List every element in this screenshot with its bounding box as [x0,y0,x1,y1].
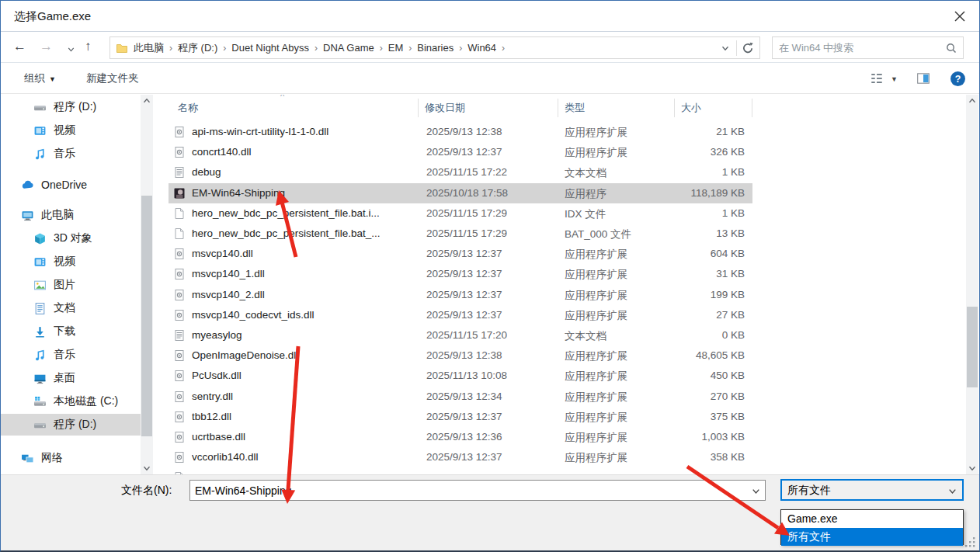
table-row[interactable]: msvcp140_2.dll2025/9/13 12:37应用程序扩展199 K… [154,285,966,305]
cell-type: 应用程序扩展 [565,431,627,445]
sidebar-item[interactable]: 图片 [1,274,141,296]
table-row[interactable]: vccorlib140.dll2025/9/13 12:37应用程序扩展358 … [154,447,966,467]
file-list-scrollbar[interactable] [966,95,978,474]
preview-pane-icon[interactable] [916,71,931,85]
search-icon[interactable] [945,42,957,54]
cell-date: 2025/11/15 17:22 [426,166,507,178]
scroll-down-icon[interactable] [967,463,978,474]
table-row[interactable]: tbb12.dll2025/9/13 12:37应用程序扩展375 KB [154,407,966,427]
breadcrumb-item[interactable]: Duet Night Abyss [227,42,314,54]
sidebar-item[interactable]: 视频 [1,120,141,141]
scroll-down-icon[interactable] [141,463,152,474]
breadcrumb-item[interactable]: DNA Game [318,42,379,54]
table-row[interactable]: OpenImageDenoise.dll2025/9/13 12:38应用程序扩… [154,345,966,366]
cell-size: 118,189 KB [661,187,745,199]
column-divider[interactable] [558,99,558,117]
breadcrumb-item[interactable]: 此电脑 [129,41,169,55]
address-bar[interactable]: 此电脑›程序 (D:)›Duet Night Abyss›DNA Game›EM… [109,36,760,59]
column-header-size[interactable]: 大小 [681,101,701,115]
scroll-up-icon[interactable] [967,95,978,106]
back-arrow-icon[interactable]: ← [13,39,26,54]
cell-name: debug [192,166,221,178]
breadcrumb-item[interactable]: EM [384,42,408,54]
sidebar-item[interactable]: 音乐 [1,143,141,165]
sidebar-item-label: 桌面 [54,371,75,385]
cell-name: hero_new_bdc_pc_persistent_file.bat.i... [192,207,380,219]
cell-date: 2025/9/13 12:37 [426,309,502,321]
documents-icon [33,302,47,315]
sidebar-scrollbar[interactable] [141,95,153,474]
sidebar-item[interactable]: 视频 [1,251,141,273]
table-row[interactable]: PcUsdk.dll2025/11/13 10:08应用程序扩展450 KB [154,366,966,386]
filetype-combobox[interactable]: 所有文件 [780,479,964,501]
sidebar-item[interactable]: 网络 [1,447,141,469]
table-row[interactable]: sentry.dll2025/9/13 12:34应用程序扩展270 KB [154,387,966,407]
cell-date: 2025/11/13 10:08 [426,370,507,381]
table-row[interactable]: debug2025/11/15 17:22文本文档1 KB [154,162,966,182]
sidebar-item[interactable]: 文档 [1,297,141,319]
filetype-dropdown-chevron-icon[interactable] [947,485,958,497]
cell-name: ucrtbase.dll [192,431,245,443]
sidebar-item[interactable]: 本地磁盘 (C:) [1,391,141,412]
column-header-type[interactable]: 类型 [565,101,585,115]
help-icon[interactable]: ? [950,71,966,87]
filename-input[interactable] [195,481,738,499]
sidebar-item[interactable]: 程序 (D:) [1,414,141,436]
breadcrumb-item[interactable]: Binaries [412,42,458,54]
scroll-up-icon[interactable] [141,95,152,106]
filetype-option[interactable]: Game.exe [781,510,963,528]
table-row[interactable]: msvcp140.dll2025/9/13 12:37应用程序扩展604 KB [154,244,966,264]
scrollbar-thumb[interactable] [967,307,978,387]
sidebar-item[interactable]: 3D 对象 [1,227,141,249]
table-row[interactable]: myeasylog2025/11/15 17:20文本文档0 KB [154,325,966,345]
filetype-option[interactable]: 所有文件 [781,528,963,546]
table-row[interactable]: msvcp140_1.dll2025/9/13 12:37应用程序扩展31 KB [154,264,966,284]
table-row[interactable]: EM-Win64-Shipping2025/10/18 17:58应用程序118… [154,183,966,203]
breadcrumb-item[interactable]: Win64 [463,42,501,54]
refresh-icon[interactable] [741,41,755,55]
sidebar-item[interactable]: 此电脑 [1,204,141,226]
cell-size: 1 KB [661,166,745,178]
cell-name: vccorlib140.dll [192,451,259,463]
sidebar-item[interactable]: OneDrive [1,174,141,196]
breadcrumb-separator-icon[interactable]: › [501,43,506,54]
resize-grip[interactable] [964,536,977,549]
organize-button[interactable]: 组织▼ [24,71,56,85]
column-divider[interactable] [418,99,419,117]
table-row[interactable]: hero_new_bdc_pc_persistent_file.bat.i...… [154,203,966,224]
table-row[interactable]: hero_new_bdc_pc_persistent_file.bat_...2… [154,224,966,244]
up-arrow-icon[interactable]: ↑ [85,39,92,54]
column-divider[interactable] [674,99,675,117]
dll-icon [173,349,186,362]
sidebar-item[interactable]: 音乐 [1,344,141,366]
column-divider[interactable] [752,99,752,117]
scrollbar-thumb[interactable] [141,196,152,436]
column-header-date[interactable]: 修改日期 [425,101,465,115]
sidebar-item-label: 视频 [54,255,75,269]
search-input[interactable] [779,38,938,57]
list-view-icon[interactable] [869,71,884,85]
column-header-name[interactable]: 名称 [178,101,198,115]
cell-type: IDX 文件 [565,207,606,221]
new-folder-button[interactable]: 新建文件夹 [86,71,139,85]
table-row[interactable]: api-ms-win-crt-utility-l1-1-0.dll2025/9/… [154,122,966,142]
view-options-caret-icon[interactable]: ▼ [891,75,900,83]
cell-size: 604 KB [661,248,745,259]
close-icon[interactable] [951,8,968,25]
cell-date: 2025/10/18 17:58 [426,187,508,199]
address-dropdown-chevron-icon[interactable] [720,43,731,54]
table-row[interactable]: ucrtbase.dll2025/9/13 12:36应用程序扩展1,003 K… [154,427,966,447]
sidebar-item[interactable]: 程序 (D:) [1,96,141,118]
table-row[interactable]: concrt140.dll2025/9/13 12:37应用程序扩展326 KB [154,142,966,162]
sidebar-item[interactable]: 桌面 [1,367,141,389]
table-row[interactable] [154,467,966,474]
recent-locations-chevron-icon[interactable] [66,43,76,53]
table-row[interactable]: msvcp140_codecvt_ids.dll2025/9/13 12:37应… [154,305,966,325]
desktop-icon [33,372,47,385]
sidebar-item[interactable]: 下载 [1,321,141,342]
filename-dropdown-chevron-icon[interactable] [750,485,762,497]
forward-arrow-icon[interactable]: → [40,39,53,54]
folder-icon [115,42,129,54]
dll-icon [173,431,186,443]
breadcrumb-item[interactable]: 程序 (D:) [173,41,222,55]
